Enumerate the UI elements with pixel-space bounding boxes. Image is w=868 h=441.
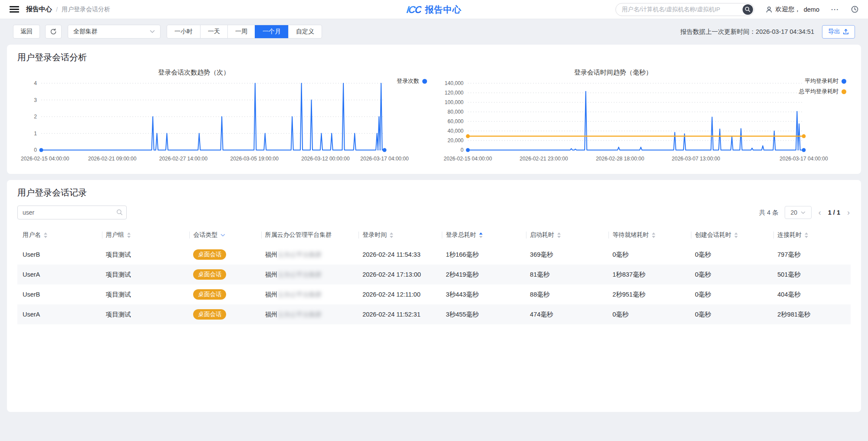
welcome-text: 欢迎您， xyxy=(776,5,801,13)
time-tab-一个月[interactable]: 一个月 xyxy=(255,25,288,38)
legend-dot-icon xyxy=(422,79,427,84)
sort-icon[interactable] xyxy=(127,232,131,238)
records-search-input[interactable] xyxy=(17,206,127,219)
svg-text:2026-02-15 04:00:00: 2026-02-15 04:00:00 xyxy=(21,156,69,162)
breadcrumb-root[interactable]: 报告中心 xyxy=(26,5,52,13)
legend-item[interactable]: 总平均登录耗时 xyxy=(799,88,846,95)
cell-wait_ready: 0毫秒 xyxy=(609,304,691,324)
next-page-button[interactable]: › xyxy=(846,209,851,216)
records-search xyxy=(17,206,127,219)
cell-session_type: 桌面会话 xyxy=(190,245,261,265)
cell-login_time: 2026-02-24 11:54:33 xyxy=(359,245,442,265)
cell-group: 项目测试 xyxy=(102,304,190,324)
chevron-down-icon xyxy=(150,30,155,33)
column-header-session_type[interactable]: 会话类型 xyxy=(190,225,261,245)
username: demo xyxy=(804,6,819,13)
cell-group: 项目测试 xyxy=(102,245,190,265)
column-header-group[interactable]: 用户组 xyxy=(102,225,190,245)
svg-text:2026-02-21 23:00:00: 2026-02-21 23:00:00 xyxy=(519,156,568,162)
logo-title: 报告中心 xyxy=(425,4,461,16)
time-tab-一周[interactable]: 一周 xyxy=(227,25,255,38)
cluster-select-value: 全部集群 xyxy=(73,28,98,36)
redacted-cluster-name: 云办公平台集群 xyxy=(278,311,322,318)
cell-login_time: 2026-02-24 17:13:00 xyxy=(359,265,442,284)
cell-cluster: 福州云办公平台集群 xyxy=(262,245,359,265)
cell-create_session: 0毫秒 xyxy=(691,245,774,265)
cell-username: UserA xyxy=(17,265,102,284)
cell-username: UserB xyxy=(17,284,102,304)
svg-text:2: 2 xyxy=(34,114,37,120)
logo-mark-icon: ICC xyxy=(406,4,421,16)
time-tab-一小时[interactable]: 一小时 xyxy=(167,25,200,38)
table-row: UserB项目测试桌面会话福州云办公平台集群2026-02-24 11:54:3… xyxy=(17,245,851,265)
column-header-total[interactable]: 登录总耗时 xyxy=(442,225,526,245)
svg-text:2026-03-07 13:00:00: 2026-03-07 13:00:00 xyxy=(672,156,720,162)
back-button[interactable]: 返回 xyxy=(13,25,40,39)
filter-toolbar: 返回 全部集群 一小时一天一周一个月自定义 报告数据上一次更新时间：2026-0… xyxy=(13,25,855,39)
breadcrumb-separator: / xyxy=(56,6,58,13)
analysis-section-title: 用户登录会话分析 xyxy=(17,52,851,63)
sort-icon[interactable] xyxy=(557,232,561,238)
column-header-wait_ready[interactable]: 等待就绪耗时 xyxy=(609,225,691,245)
records-section-title: 用户登录会话记录 xyxy=(17,187,851,199)
cell-wait_ready: 0毫秒 xyxy=(609,245,691,265)
legend-item[interactable]: 登录次数 xyxy=(397,77,427,85)
svg-text:4: 4 xyxy=(34,80,37,86)
chart-legend: 登录次数 xyxy=(397,77,427,85)
table-row: UserB项目测试桌面会话福州云办公平台集群2026-02-24 12:11:0… xyxy=(17,284,851,304)
column-header-login_time[interactable]: 登录时间 xyxy=(359,225,442,245)
chart-plot: 012342026-02-15 04:00:002026-02-21 09:00… xyxy=(17,78,428,167)
search-button[interactable] xyxy=(743,4,753,15)
svg-text:2026-03-17 04:00:00: 2026-03-17 04:00:00 xyxy=(779,156,828,162)
cell-group: 项目测试 xyxy=(102,284,190,304)
column-header-create_session[interactable]: 创建会话耗时 xyxy=(691,225,774,245)
time-tab-自定义[interactable]: 自定义 xyxy=(288,25,322,38)
cell-startup: 88毫秒 xyxy=(526,284,609,304)
sort-icon[interactable] xyxy=(734,232,738,238)
column-header-connect[interactable]: 连接耗时 xyxy=(774,225,851,245)
svg-text:20,000: 20,000 xyxy=(447,137,464,144)
sort-icon[interactable] xyxy=(390,232,393,238)
filter-chevron-icon[interactable] xyxy=(220,234,225,237)
svg-text:2026-02-21 09:00:00: 2026-02-21 09:00:00 xyxy=(88,156,137,162)
table-row: UserA项目测试桌面会话福州云办公平台集群2026-02-24 17:13:0… xyxy=(17,265,851,284)
svg-text:2026-02-15 04:00:00: 2026-02-15 04:00:00 xyxy=(444,156,492,162)
cell-create_session: 0毫秒 xyxy=(691,265,774,284)
cell-wait_ready: 1秒837毫秒 xyxy=(609,265,691,284)
cell-username: UserA xyxy=(17,304,102,324)
chevron-down-icon xyxy=(801,211,806,214)
global-search-input[interactable] xyxy=(615,3,754,16)
page-size-select[interactable]: 20 xyxy=(785,206,812,219)
sort-icon[interactable] xyxy=(479,232,483,238)
search-icon xyxy=(116,209,123,217)
app-logo: ICC 报告中心 xyxy=(407,0,462,19)
svg-text:120,000: 120,000 xyxy=(445,90,464,96)
user-icon xyxy=(766,6,773,13)
legend-dot-icon xyxy=(842,89,846,94)
svg-text:2026-03-05 19:00:00: 2026-03-05 19:00:00 xyxy=(230,156,279,162)
svg-text:60,000: 60,000 xyxy=(447,118,464,124)
sort-icon[interactable] xyxy=(44,232,47,238)
cell-login_time: 2026-02-24 12:11:00 xyxy=(359,284,442,304)
cell-wait_ready: 2秒951毫秒 xyxy=(609,284,691,304)
export-button[interactable]: 导出 xyxy=(822,25,855,39)
cell-group: 项目测试 xyxy=(102,265,190,284)
column-header-username[interactable]: 用户名 xyxy=(17,225,102,245)
cluster-select[interactable]: 全部集群 xyxy=(68,25,161,39)
prev-page-button[interactable]: ‹ xyxy=(818,209,822,216)
sort-icon[interactable] xyxy=(805,232,808,238)
cell-total: 3秒455毫秒 xyxy=(442,304,526,324)
time-tab-一天[interactable]: 一天 xyxy=(200,25,227,38)
user-welcome[interactable]: 欢迎您， demo xyxy=(766,5,819,13)
total-count: 共 4 条 xyxy=(759,209,779,217)
search-icon xyxy=(745,7,750,12)
refresh-button[interactable] xyxy=(45,25,62,39)
menu-hamburger-icon[interactable] xyxy=(10,6,19,13)
history-clock-icon[interactable] xyxy=(851,6,858,13)
sort-icon[interactable] xyxy=(652,232,655,238)
column-header-startup[interactable]: 启动耗时 xyxy=(526,225,609,245)
svg-text:80,000: 80,000 xyxy=(447,109,464,115)
legend-item[interactable]: 平均登录耗时 xyxy=(805,77,846,85)
more-menu-icon[interactable]: ⋯ xyxy=(831,5,840,13)
session-type-badge: 桌面会话 xyxy=(193,309,226,320)
